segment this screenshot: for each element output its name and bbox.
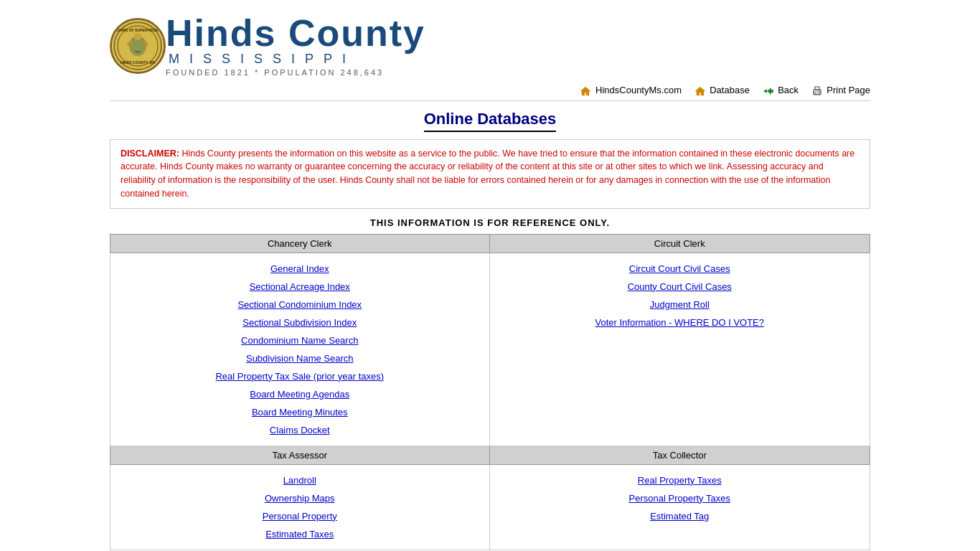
estimated-taxes-link[interactable]: Estimated Taxes bbox=[118, 529, 482, 540]
founded-text: FOUNDED 1821 * POPULATION 248,643 bbox=[166, 68, 425, 77]
chancery-circuit-data-row: General Index Sectional Acreage Index Se… bbox=[110, 253, 870, 446]
chancery-circuit-header-row: Chancery Clerk Circuit Clerk bbox=[110, 234, 870, 253]
voter-information-link[interactable]: Voter Information - WHERE DO I VOTE? bbox=[497, 317, 862, 328]
svg-marker-7 bbox=[763, 89, 767, 93]
svg-text:HINDS COUNTY, MS: HINDS COUNTY, MS bbox=[121, 60, 155, 65]
page-title-section: Online Databases bbox=[110, 110, 870, 132]
tax-data-row: Landroll Ownership Maps Personal Propert… bbox=[110, 464, 870, 550]
ownership-maps-link[interactable]: Ownership Maps bbox=[118, 493, 482, 504]
board-meeting-minutes-link[interactable]: Board Meeting Minutes bbox=[118, 407, 482, 418]
chancery-links-list: General Index Sectional Acreage Index Se… bbox=[118, 258, 482, 441]
database-nav-link[interactable]: Database bbox=[694, 85, 753, 95]
disclaimer-text: Hinds County presents the information on… bbox=[121, 149, 854, 199]
database-nav-label: Database bbox=[710, 85, 750, 95]
chancery-clerk-header: Chancery Clerk bbox=[110, 234, 490, 253]
real-property-tax-sale-link[interactable]: Real Property Tax Sale (prior year taxes… bbox=[118, 371, 482, 382]
circuit-court-civil-link[interactable]: Circuit Court Civil Cases bbox=[497, 263, 862, 274]
circuit-links-list: Circuit Court Civil Cases County Court C… bbox=[497, 258, 862, 334]
landroll-link[interactable]: Landroll bbox=[118, 475, 482, 486]
tax-header-row: Tax Assessor Tax Collector bbox=[110, 446, 870, 464]
back-nav-link[interactable]: Back bbox=[763, 85, 801, 95]
nav-bar: HindsCountyMs.com Database Back P bbox=[110, 80, 870, 101]
tax-assessor-links-cell: Landroll Ownership Maps Personal Propert… bbox=[110, 464, 490, 550]
svg-point-5 bbox=[134, 33, 141, 40]
home-nav-link[interactable]: HindsCountyMs.com bbox=[580, 85, 684, 95]
disclaimer-box: DISCLAIMER: Hinds County presents the in… bbox=[110, 139, 870, 209]
page-header: BOARD OF SUPERVISORS HINDS COUNTY, MS Hi… bbox=[110, 7, 870, 80]
home-nav-label: HindsCountyMs.com bbox=[595, 85, 682, 95]
databases-table: Chancery Clerk Circuit Clerk General Ind… bbox=[110, 234, 870, 550]
header-title-block: Hinds County MISSISSIPPI FOUNDED 1821 * … bbox=[166, 14, 425, 77]
sectional-subdivision-link[interactable]: Sectional Subdivision Index bbox=[118, 317, 482, 328]
print-nav-link[interactable]: Print Page bbox=[811, 85, 870, 95]
condo-name-search-link[interactable]: Condominium Name Search bbox=[118, 335, 482, 346]
personal-property-taxes-link[interactable]: Personal Property Taxes bbox=[497, 493, 862, 504]
personal-property-assessor-link[interactable]: Personal Property bbox=[118, 511, 482, 522]
print-nav-label: Print Page bbox=[826, 85, 870, 95]
real-property-taxes-link[interactable]: Real Property Taxes bbox=[497, 475, 862, 486]
tax-collector-header: Tax Collector bbox=[489, 446, 870, 464]
circuit-clerk-links-cell: Circuit Court Civil Cases County Court C… bbox=[489, 253, 870, 446]
disclaimer-label: DISCLAIMER: bbox=[121, 149, 179, 159]
svg-marker-6 bbox=[767, 88, 773, 95]
back-nav-label: Back bbox=[778, 85, 798, 95]
sectional-acreage-link[interactable]: Sectional Acreage Index bbox=[118, 281, 482, 292]
claims-docket-link[interactable]: Claims Docket bbox=[118, 425, 482, 435]
county-court-civil-link[interactable]: County Court Civil Cases bbox=[497, 281, 862, 292]
svg-text:BOARD OF SUPERVISORS: BOARD OF SUPERVISORS bbox=[115, 28, 161, 32]
estimated-tag-link[interactable]: Estimated Tag bbox=[497, 511, 862, 522]
subdivision-name-search-link[interactable]: Subdivision Name Search bbox=[118, 353, 482, 364]
judgment-roll-link[interactable]: Judgment Roll bbox=[497, 299, 862, 310]
tax-collector-links-cell: Real Property Taxes Personal Property Ta… bbox=[489, 464, 870, 550]
state-name-text: MISSISSIPPI bbox=[169, 52, 425, 67]
county-name-text: Hinds County bbox=[166, 14, 425, 52]
svg-point-11 bbox=[819, 90, 819, 91]
tax-assessor-links-list: Landroll Ownership Maps Personal Propert… bbox=[118, 469, 482, 545]
tax-assessor-header: Tax Assessor bbox=[110, 446, 490, 464]
page-title: Online Databases bbox=[424, 110, 557, 132]
board-meeting-agendas-link[interactable]: Board Meeting Agendas bbox=[118, 389, 482, 400]
sectional-condo-link[interactable]: Sectional Condominium Index bbox=[118, 299, 482, 310]
county-seal: BOARD OF SUPERVISORS HINDS COUNTY, MS bbox=[110, 18, 166, 74]
circuit-clerk-header: Circuit Clerk bbox=[489, 234, 870, 253]
svg-rect-10 bbox=[815, 92, 819, 94]
reference-notice: THIS INFORMATION IS FOR REFERENCE ONLY. bbox=[110, 217, 870, 228]
tax-collector-links-list: Real Property Taxes Personal Property Ta… bbox=[497, 469, 862, 527]
chancery-clerk-links-cell: General Index Sectional Acreage Index Se… bbox=[110, 253, 490, 446]
general-index-link[interactable]: General Index bbox=[118, 263, 482, 274]
